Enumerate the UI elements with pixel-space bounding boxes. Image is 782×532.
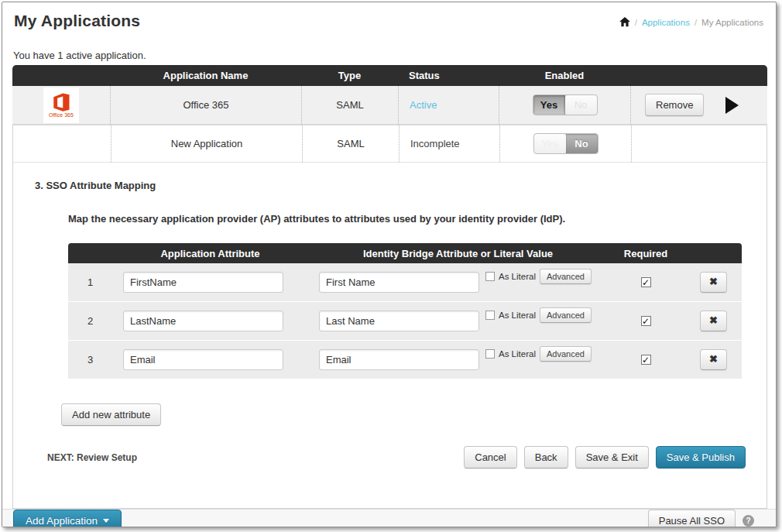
advanced-button[interactable]: Advanced: [540, 269, 592, 284]
delete-attribute-button[interactable]: ✖: [700, 272, 727, 292]
app-type: SAML: [301, 86, 398, 124]
app-window: My Applications / Applications / My Appl…: [2, 2, 777, 527]
save-publish-button[interactable]: Save & Publish: [656, 446, 746, 469]
app-status: Incomplete: [399, 125, 499, 162]
expand-arrow-icon[interactable]: [725, 97, 739, 114]
application-attribute-input[interactable]: [123, 349, 283, 370]
identity-bridge-attribute-input[interactable]: [319, 311, 479, 331]
as-literal-checkbox[interactable]: [485, 349, 495, 359]
breadcrumb: / Applications / My Applications: [619, 17, 763, 27]
breadcrumb-separator: /: [635, 18, 637, 27]
remove-button[interactable]: Remove: [645, 94, 704, 116]
as-literal-group: As Literal Advanced: [485, 307, 592, 323]
wizard-actions-row: NEXT: Review Setup Cancel Back Save & Ex…: [47, 446, 746, 469]
mapping-row-3: 3 As Literal Advanced: [68, 341, 742, 379]
as-literal-label: As Literal: [499, 272, 536, 281]
header-status: Status: [398, 70, 499, 81]
office365-logo-text: Office 365: [49, 112, 74, 118]
required-checkbox[interactable]: ✓: [641, 355, 651, 365]
delete-attribute-button[interactable]: ✖: [700, 349, 727, 369]
attribute-mapping-table: Application Attribute Identity Bridge At…: [68, 243, 742, 379]
delete-attribute-button[interactable]: ✖: [700, 311, 727, 331]
identity-bridge-attribute-input[interactable]: [319, 349, 479, 370]
as-literal-checkbox[interactable]: [485, 311, 495, 320]
as-literal-label: As Literal: [499, 311, 536, 320]
header-application-name: Application Name: [110, 70, 301, 81]
advanced-button[interactable]: Advanced: [540, 307, 592, 323]
as-literal-group: As Literal Advanced: [485, 346, 592, 362]
home-icon[interactable]: [619, 17, 630, 27]
add-application-button[interactable]: Add Application: [13, 510, 122, 527]
as-literal-label: As Literal: [499, 349, 536, 359]
breadcrumb-current: My Applications: [701, 18, 763, 27]
application-attribute-input[interactable]: [123, 272, 283, 293]
breadcrumb-link-applications[interactable]: Applications: [642, 18, 690, 27]
applications-table-header: Application Name Type Status Enabled: [12, 65, 767, 86]
app-name: New Application: [111, 125, 302, 162]
sso-attribute-mapping-section: 3. SSO Attribute Mapping Map the necessa…: [13, 180, 767, 508]
required-checkbox[interactable]: ✓: [641, 277, 651, 287]
table-row-office365: Office 365 Office 365 SAML Active Yes No…: [12, 86, 767, 125]
table-row-new-application: New Application SAML Incomplete Yes No: [13, 125, 767, 163]
app-name: Office 365: [110, 86, 301, 124]
section-description: Map the necessary application provider (…: [68, 213, 767, 225]
app-icon-empty: [13, 125, 111, 162]
row-index: 3: [68, 354, 112, 366]
header-application-attribute: Application Attribute: [112, 248, 308, 259]
mapping-table-header: Application Attribute Identity Bridge At…: [68, 243, 742, 263]
next-step-label: NEXT: Review Setup: [47, 452, 137, 463]
app-type: SAML: [302, 125, 399, 162]
footer-bar: Add Application Pause All SSO ?: [2, 509, 776, 527]
header-identity-bridge-attribute: Identity Bridge Attribute or Literal Val…: [308, 248, 608, 259]
toggle-yes-label[interactable]: Yes: [533, 95, 565, 115]
section-heading: 3. SSO Attribute Mapping: [35, 180, 767, 191]
pause-all-sso-button[interactable]: Pause All SSO: [648, 510, 736, 527]
back-button[interactable]: Back: [524, 446, 568, 469]
as-literal-group: As Literal Advanced: [485, 269, 592, 284]
row-index: 2: [68, 315, 112, 327]
mapping-row-1: 1 As Literal Advanced: [68, 263, 742, 302]
toggle-yes-label[interactable]: Yes: [534, 134, 566, 153]
add-application-label: Add Application: [26, 515, 98, 527]
main-content: My Applications / Applications / My Appl…: [2, 2, 776, 509]
cancel-button[interactable]: Cancel: [464, 446, 516, 469]
header-enabled: Enabled: [499, 70, 630, 81]
expanded-application-panel: New Application SAML Incomplete Yes No 3…: [12, 125, 767, 509]
office365-logo: Office 365: [43, 88, 79, 123]
office365-logo-icon: [51, 93, 71, 112]
toggle-no-label[interactable]: No: [565, 95, 597, 115]
add-new-attribute-button[interactable]: Add new attribute: [61, 403, 161, 426]
page-title: My Applications: [14, 12, 140, 30]
active-application-count: You have 1 active application.: [13, 50, 776, 61]
application-attribute-input[interactable]: [123, 311, 283, 331]
app-status: Active: [398, 86, 499, 124]
page-header: My Applications / Applications / My Appl…: [2, 2, 776, 30]
applications-table: Application Name Type Status Enabled Off…: [12, 65, 767, 509]
toggle-no-label[interactable]: No: [566, 134, 598, 153]
row-index: 1: [68, 276, 112, 288]
caret-down-icon: [103, 519, 109, 523]
enabled-toggle-new-application[interactable]: Yes No: [533, 133, 599, 154]
save-exit-button[interactable]: Save & Exit: [575, 446, 649, 469]
advanced-button[interactable]: Advanced: [540, 346, 592, 362]
header-required: Required: [608, 248, 684, 259]
help-icon[interactable]: ?: [743, 515, 754, 527]
header-type: Type: [301, 70, 398, 81]
enabled-toggle-office365[interactable]: Yes No: [533, 94, 598, 115]
as-literal-checkbox[interactable]: [485, 272, 495, 281]
breadcrumb-separator: /: [695, 18, 697, 27]
app-actions-empty: [631, 125, 767, 162]
mapping-row-2: 2 As Literal Advanced: [68, 302, 742, 341]
identity-bridge-attribute-input[interactable]: [319, 272, 479, 293]
required-checkbox[interactable]: ✓: [641, 316, 651, 326]
